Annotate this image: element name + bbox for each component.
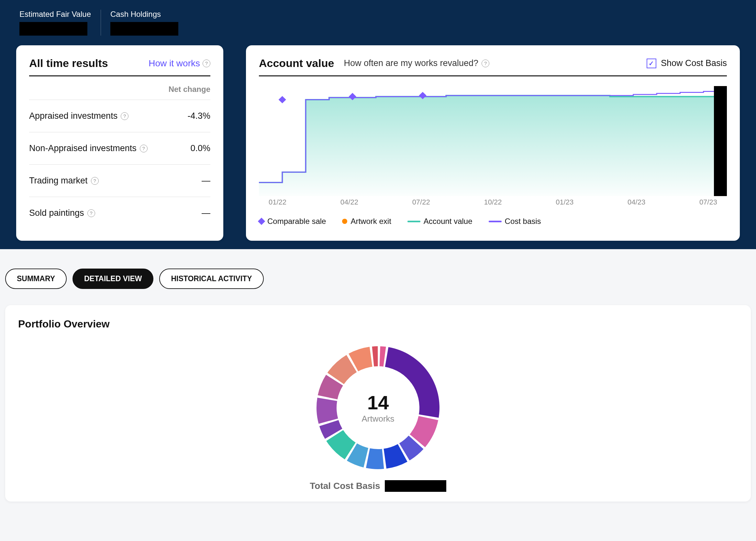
help-icon[interactable]: ? [140, 145, 148, 152]
metric-label: Estimated Fair Value [19, 10, 91, 19]
circle-icon [342, 219, 347, 224]
x-tick: 07/22 [412, 198, 430, 207]
account-value-chart[interactable]: 01/2204/2207/2210/2201/2304/2307/23 [259, 86, 727, 209]
tab-historical-activity[interactable]: HISTORICAL ACTIVITY [159, 269, 264, 289]
metric-cash-holdings: Cash Holdings [110, 10, 198, 36]
line-icon [407, 221, 420, 222]
account-subtitle-text: How often are my works revalued? [344, 58, 478, 68]
total-cost-basis: Total Cost Basis [310, 480, 446, 492]
legend-label: Comparable sale [267, 217, 326, 226]
help-icon[interactable]: ? [87, 209, 95, 217]
metric-label: Cash Holdings [110, 10, 178, 19]
legend-account-value: Account value [407, 217, 472, 226]
result-row-nonappraised: Non-Appraised investments ? 0.0% [29, 132, 210, 165]
result-value: 0.0% [190, 143, 210, 153]
donut-count: 14 [367, 391, 389, 414]
results-title: All time results [29, 57, 108, 70]
diamond-icon [258, 218, 265, 225]
help-icon[interactable]: ? [481, 60, 489, 67]
x-tick: 04/23 [627, 198, 645, 207]
result-label: Non-Appraised investments [29, 143, 137, 153]
result-value: -4.3% [187, 111, 210, 121]
portfolio-overview-card: Portfolio Overview 14 Artworks Total Cos… [5, 305, 751, 502]
checkbox-icon: ✓ [647, 59, 656, 68]
legend-cost-basis: Cost basis [489, 217, 541, 226]
legend-label: Account value [423, 217, 472, 226]
legend-label: Cost basis [505, 217, 541, 226]
x-tick: 07/23 [699, 198, 717, 207]
result-label: Sold paintings [29, 208, 84, 218]
help-icon[interactable]: ? [91, 177, 99, 185]
result-row-appraised: Appraised investments ? -4.3% [29, 100, 210, 132]
tab-detailed-view[interactable]: DETAILED VIEW [73, 269, 153, 289]
x-tick: 01/22 [269, 198, 287, 207]
legend-comparable-sale: Comparable sale [259, 217, 326, 226]
help-icon: ? [203, 60, 210, 67]
svg-rect-0 [279, 96, 286, 104]
result-label: Appraised investments [29, 111, 118, 121]
account-subtitle: How often are my works revalued? ? [344, 58, 637, 68]
x-tick: 10/22 [484, 198, 502, 207]
account-title: Account value [259, 57, 334, 70]
line-icon [489, 221, 502, 222]
portfolio-title: Portfolio Overview [18, 318, 738, 330]
legend-artwork-exit: Artwork exit [342, 217, 391, 226]
x-tick: 04/22 [341, 198, 358, 207]
result-label: Trading market [29, 176, 88, 186]
metric-fair-value: Estimated Fair Value [19, 10, 110, 36]
results-card: All time results How it works ? Net chan… [16, 45, 223, 241]
view-tabs: SUMMARY DETAILED VIEW HISTORICAL ACTIVIT… [0, 249, 756, 289]
how-it-works-label: How it works [149, 58, 200, 69]
donut-count-label: Artworks [362, 414, 394, 424]
result-value: — [202, 208, 210, 218]
chart-legend: Comparable sale Artwork exit Account val… [259, 217, 727, 226]
result-row-sold: Sold paintings ? — [29, 197, 210, 229]
metric-value-redacted [110, 22, 178, 36]
show-cost-basis-toggle[interactable]: ✓ Show Cost Basis [647, 58, 727, 68]
result-row-trading: Trading market ? — [29, 165, 210, 197]
total-cost-label: Total Cost Basis [310, 481, 380, 491]
show-cost-basis-label: Show Cost Basis [661, 58, 727, 68]
metric-value-redacted [19, 22, 87, 36]
portfolio-donut-chart[interactable]: 14 Artworks [313, 343, 443, 472]
tab-summary[interactable]: SUMMARY [5, 269, 67, 289]
chart-value-redacted [714, 86, 727, 196]
account-value-card: Account value How often are my works rev… [246, 45, 740, 241]
net-change-header: Net change [29, 76, 210, 100]
total-cost-value-redacted [385, 480, 446, 492]
legend-label: Artwork exit [351, 217, 391, 226]
how-it-works-link[interactable]: How it works ? [149, 58, 210, 69]
help-icon[interactable]: ? [121, 112, 129, 120]
result-value: — [202, 176, 210, 186]
x-tick: 01/23 [556, 198, 573, 207]
